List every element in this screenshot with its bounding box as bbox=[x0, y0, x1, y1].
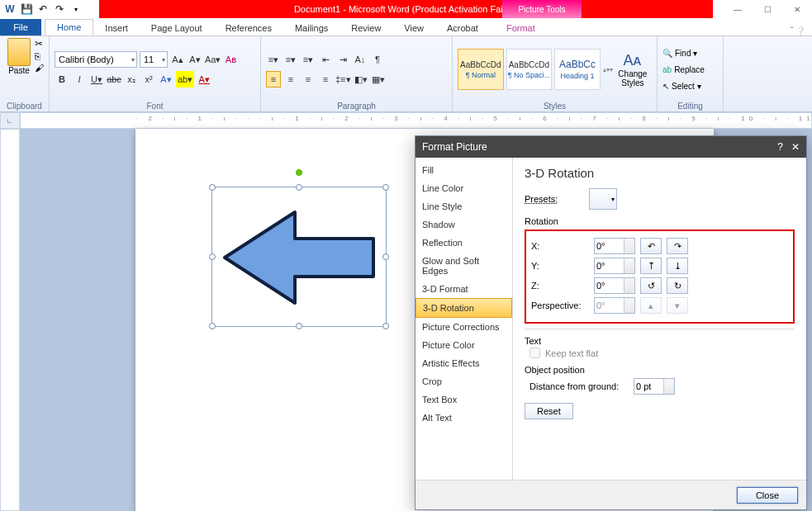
x-rotate-left-icon[interactable]: ↶ bbox=[640, 238, 662, 254]
tab-page-layout[interactable]: Page Layout bbox=[140, 21, 214, 35]
italic-button[interactable]: I bbox=[72, 71, 87, 88]
y-rotate-up-icon[interactable]: ⤒ bbox=[640, 258, 662, 274]
font-size-combo[interactable]: 11 bbox=[140, 51, 168, 68]
justify-icon[interactable]: ≡ bbox=[318, 71, 333, 88]
tab-file[interactable]: File bbox=[0, 19, 41, 35]
vertical-ruler[interactable] bbox=[0, 129, 20, 511]
resize-handle-tl[interactable] bbox=[209, 184, 216, 191]
resize-handle-br[interactable] bbox=[382, 323, 389, 329]
paste-button[interactable]: Paste bbox=[5, 38, 33, 75]
nav-glow[interactable]: Glow and Soft Edges bbox=[415, 252, 512, 280]
redo-icon[interactable]: ↷ bbox=[53, 2, 66, 16]
numbering-icon[interactable]: ≡▾ bbox=[283, 51, 298, 68]
nav-reflection[interactable]: Reflection bbox=[415, 234, 512, 252]
nav-line-color[interactable]: Line Color bbox=[415, 179, 512, 197]
y-spinner[interactable]: 0° bbox=[594, 258, 635, 274]
resize-handle-bl[interactable] bbox=[209, 323, 216, 329]
style-no-spacing[interactable]: AaBbCcDd ¶ No Spaci... bbox=[506, 49, 553, 90]
show-marks-icon[interactable]: ¶ bbox=[370, 51, 385, 68]
highlight-icon[interactable]: ab▾ bbox=[176, 71, 194, 88]
tab-references[interactable]: References bbox=[214, 21, 283, 35]
line-spacing-icon[interactable]: ‡≡▾ bbox=[335, 71, 351, 88]
qat-dropdown-icon[interactable]: ▾ bbox=[69, 2, 83, 16]
tab-insert[interactable]: Insert bbox=[93, 21, 140, 35]
x-rotate-right-icon[interactable]: ↷ bbox=[667, 238, 688, 254]
arrow-shape-selection[interactable] bbox=[211, 187, 387, 327]
resize-handle-tm[interactable] bbox=[296, 184, 302, 191]
dialog-help-icon[interactable]: ? bbox=[777, 141, 783, 153]
subscript-button[interactable]: x₂ bbox=[124, 71, 139, 88]
undo-icon[interactable]: ↶ bbox=[36, 2, 50, 16]
font-name-combo[interactable]: Calibri (Body) bbox=[55, 51, 137, 68]
text-effects-icon[interactable]: A▾ bbox=[159, 71, 173, 88]
arrow-shape[interactable] bbox=[221, 204, 379, 311]
dialog-titlebar[interactable]: Format Picture ? ✕ bbox=[415, 136, 806, 158]
maximize-button[interactable]: ☐ bbox=[753, 0, 782, 18]
tab-acrobat[interactable]: Acrobat bbox=[435, 21, 490, 35]
change-case-icon[interactable]: Aa▾ bbox=[205, 51, 221, 68]
resize-handle-tr[interactable] bbox=[382, 184, 389, 191]
z-rotate-cw-icon[interactable]: ↻ bbox=[667, 277, 688, 294]
nav-crop[interactable]: Crop bbox=[415, 372, 512, 390]
z-spinner[interactable]: 0° bbox=[594, 277, 635, 294]
clear-formatting-icon[interactable]: Aʙ bbox=[223, 51, 238, 68]
copy-icon[interactable]: ⎘ bbox=[35, 51, 44, 61]
align-right-icon[interactable]: ≡ bbox=[301, 71, 316, 88]
tab-format[interactable]: Format bbox=[495, 21, 547, 35]
decrease-indent-icon[interactable]: ⇤ bbox=[318, 51, 333, 68]
x-spinner[interactable]: 0° bbox=[594, 238, 635, 254]
horizontal-ruler[interactable]: · 2 · ı · 1 · ı · · · ı · 1 · ı · 2 · ı … bbox=[20, 112, 812, 129]
underline-button[interactable]: U▾ bbox=[89, 71, 104, 88]
bullets-icon[interactable]: ≡▾ bbox=[266, 51, 281, 68]
increase-indent-icon[interactable]: ⇥ bbox=[335, 51, 350, 68]
tab-selector[interactable]: ∟ bbox=[0, 112, 20, 129]
dialog-close-icon[interactable]: ✕ bbox=[791, 141, 800, 153]
z-rotate-ccw-icon[interactable]: ↺ bbox=[640, 277, 662, 294]
rotation-handle[interactable] bbox=[296, 169, 302, 176]
replace-button[interactable]: abReplace bbox=[662, 62, 718, 77]
nav-text-box[interactable]: Text Box bbox=[415, 390, 512, 409]
resize-handle-ml[interactable] bbox=[209, 253, 216, 260]
save-icon[interactable]: 💾 bbox=[20, 2, 33, 16]
superscript-button[interactable]: x² bbox=[141, 71, 156, 88]
nav-alt-text[interactable]: Alt Text bbox=[415, 409, 512, 427]
reset-button[interactable]: Reset bbox=[525, 403, 573, 419]
align-center-icon[interactable]: ≡ bbox=[283, 71, 298, 88]
format-painter-icon[interactable]: 🖌 bbox=[35, 63, 44, 73]
perspective-spinner[interactable]: 0° bbox=[594, 297, 635, 314]
close-window-button[interactable]: ✕ bbox=[782, 0, 812, 18]
nav-3d-format[interactable]: 3-D Format bbox=[415, 280, 512, 298]
change-styles-button[interactable]: Aᴀ Change Styles bbox=[614, 51, 652, 88]
strikethrough-button[interactable]: abc bbox=[107, 71, 121, 88]
tab-view[interactable]: View bbox=[392, 21, 435, 35]
borders-icon[interactable]: ▦▾ bbox=[371, 71, 386, 88]
grow-font-icon[interactable]: A▴ bbox=[170, 51, 185, 68]
style-normal[interactable]: AaBbCcDd ¶ Normal bbox=[458, 49, 504, 90]
align-left-icon[interactable]: ≡ bbox=[266, 71, 281, 88]
distance-spinner[interactable]: 0 pt bbox=[634, 378, 675, 395]
font-color-icon[interactable]: A▾ bbox=[197, 71, 211, 88]
word-icon[interactable]: W bbox=[3, 2, 17, 16]
style-heading1[interactable]: AaBbCc Heading 1 bbox=[554, 49, 601, 90]
find-button[interactable]: 🔍Find ▾ bbox=[662, 45, 718, 60]
keep-text-flat-checkbox[interactable]: Keep text flat bbox=[529, 348, 795, 358]
nav-fill[interactable]: Fill bbox=[415, 161, 512, 179]
tab-review[interactable]: Review bbox=[340, 21, 392, 35]
shading-icon[interactable]: ◧▾ bbox=[354, 71, 368, 88]
y-rotate-down-icon[interactable]: ⤓ bbox=[667, 258, 688, 274]
nav-picture-color[interactable]: Picture Color bbox=[415, 336, 512, 354]
sort-icon[interactable]: A↓ bbox=[353, 51, 368, 68]
nav-picture-corrections[interactable]: Picture Corrections bbox=[415, 318, 512, 336]
nav-artistic-effects[interactable]: Artistic Effects bbox=[415, 354, 512, 372]
cut-icon[interactable]: ✂ bbox=[35, 38, 44, 50]
select-button[interactable]: ↖Select ▾ bbox=[662, 78, 718, 93]
nav-line-style[interactable]: Line Style bbox=[415, 197, 512, 215]
ribbon-help-icon[interactable]: ˆ ❔ bbox=[784, 26, 812, 35]
nav-shadow[interactable]: Shadow bbox=[415, 215, 512, 234]
minimize-button[interactable]: — bbox=[723, 0, 753, 18]
shrink-font-icon[interactable]: A▾ bbox=[188, 51, 202, 68]
presets-dropdown[interactable]: ▾ bbox=[589, 188, 617, 210]
resize-handle-bm[interactable] bbox=[296, 323, 302, 329]
multilevel-list-icon[interactable]: ≡▾ bbox=[301, 51, 316, 68]
nav-3d-rotation[interactable]: 3-D Rotation bbox=[415, 298, 512, 318]
